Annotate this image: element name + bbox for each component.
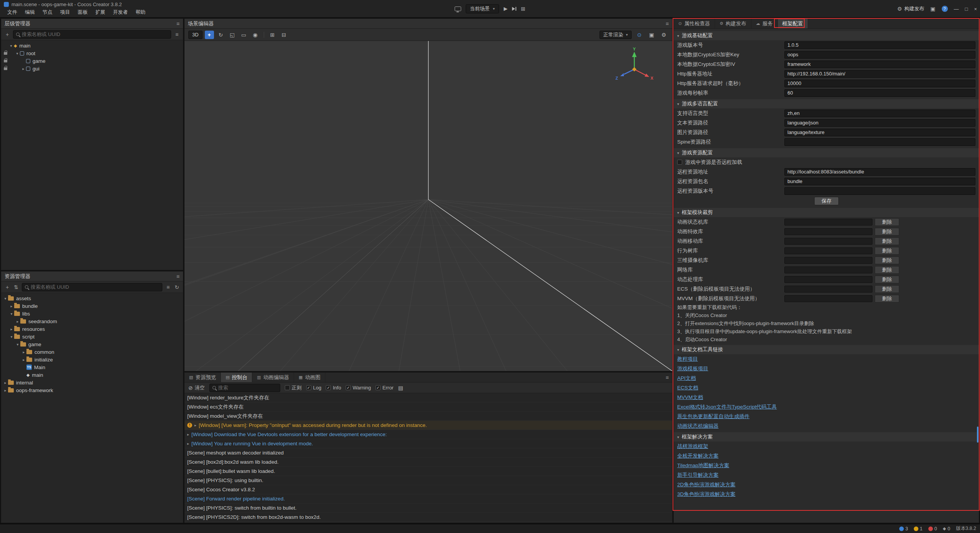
field-input[interactable] xyxy=(784,178,975,185)
chevron-down-icon[interactable]: ▾ xyxy=(8,44,14,48)
section-header[interactable]: ▾游戏资源配置 xyxy=(674,148,979,157)
tab-animation-editor[interactable]: ▥动画编辑器 xyxy=(252,373,294,382)
filter-error[interactable]: Error xyxy=(376,385,394,391)
chevron-right-icon[interactable]: ▸ xyxy=(21,358,26,362)
console-log-line[interactable]: [Scene] meshopt wasm decoder initialized xyxy=(185,448,672,458)
chevron-right-icon[interactable]: ▸ xyxy=(3,381,8,385)
field-input[interactable] xyxy=(784,138,975,146)
field-input[interactable] xyxy=(784,168,975,176)
menu-item-6[interactable]: 开发者 xyxy=(109,8,131,16)
render-mode-dropdown[interactable]: 正常渲染 ▾ xyxy=(599,31,632,39)
console-log-line[interactable]: !▸[Window] [Vue warn]: Property "onInput… xyxy=(185,421,672,430)
doc-link[interactable]: 战棋游戏框架 xyxy=(677,443,708,450)
menu-item-0[interactable]: 文件 xyxy=(4,8,21,16)
tree-item-script[interactable]: ▾script xyxy=(1,333,183,340)
console-log-line[interactable]: [Window] ecs文件夹存在 xyxy=(185,402,672,412)
doc-link[interactable]: 新手引导解决方案 xyxy=(677,472,719,479)
tree-item-internal[interactable]: ▸internal xyxy=(1,379,183,386)
filter-warning[interactable]: Warning xyxy=(346,385,371,391)
doc-link[interactable]: MVVM文档 xyxy=(677,394,703,401)
console-search-input[interactable] xyxy=(218,385,277,391)
build-publish-button[interactable]: ⚙ 构建发布 xyxy=(897,5,924,12)
tree-item-game[interactable]: ▾game xyxy=(1,340,183,348)
filter-checkbox[interactable] xyxy=(346,385,351,390)
filter-log[interactable]: Log xyxy=(306,385,322,391)
doc-link[interactable]: API文档 xyxy=(677,375,696,382)
field-input[interactable] xyxy=(784,119,975,127)
minimize-button[interactable]: — xyxy=(954,6,959,12)
chevron-down-icon[interactable]: ▾ xyxy=(15,342,20,347)
tree-item-oops-framework[interactable]: ▸oops-framework xyxy=(1,386,183,394)
tab-asset-preview[interactable]: ▧资源预览 xyxy=(185,373,221,382)
filter-checkbox[interactable] xyxy=(376,385,381,390)
error-count[interactable]: 0 xyxy=(928,526,937,531)
field-input[interactable] xyxy=(784,60,975,68)
console-log-line[interactable]: [Scene] [PHYSICS]: using builtin. xyxy=(185,476,672,485)
hierarchy-search-input[interactable] xyxy=(22,31,168,37)
package-icon[interactable]: ▣ xyxy=(930,6,935,11)
doc-link[interactable]: 教程项目 xyxy=(677,356,698,363)
doc-link[interactable]: 全栈开发解决方案 xyxy=(677,453,719,459)
help-icon[interactable]: ? xyxy=(942,6,948,12)
doc-link[interactable]: 3D角色扮演游戏解决方案 xyxy=(677,491,735,498)
delete-module-button[interactable]: 删除 xyxy=(875,228,899,235)
add-node-button[interactable]: + xyxy=(4,31,10,38)
tree-item-libs[interactable]: ▾libs xyxy=(1,310,183,317)
remote-load-checkbox[interactable] xyxy=(677,160,682,165)
field-input[interactable] xyxy=(784,187,975,195)
console-log-line[interactable]: [Scene] [PHYSICS]: switch from builtin t… xyxy=(185,504,672,513)
chevron-right-icon[interactable]: ▸ xyxy=(21,67,26,71)
tab-console[interactable]: ▤控制台 xyxy=(221,373,252,382)
chevron-down-icon[interactable]: ▾ xyxy=(15,51,20,56)
tree-item-common[interactable]: ▸common xyxy=(1,348,183,356)
warning-count[interactable]: 1 xyxy=(914,526,923,531)
menu-item-3[interactable]: 项目 xyxy=(57,8,74,16)
console-log-line[interactable]: [Scene] Cocos Creator v3.8.2 xyxy=(185,485,672,494)
tree-item-main[interactable]: ◆main xyxy=(1,371,183,379)
doc-link[interactable]: 动画状态机编辑器 xyxy=(677,423,719,430)
console-log-list[interactable]: [Window] render_texture文件夹存在[Window] ecs… xyxy=(185,393,672,523)
add-asset-button[interactable]: + xyxy=(4,284,10,290)
panel-menu-icon[interactable]: ≡ xyxy=(176,273,180,280)
console-log-line[interactable]: [Scene] [PHYSICS2D]: switch from box2d-w… xyxy=(185,513,672,522)
chevron-right-icon[interactable]: ▸ xyxy=(21,350,26,354)
move-tool-button[interactable]: + xyxy=(205,31,214,39)
chevron-down-icon[interactable]: ▾ xyxy=(3,296,8,301)
maximize-button[interactable]: □ xyxy=(965,6,968,12)
chevron-right-icon[interactable]: ▸ xyxy=(15,319,20,324)
field-input[interactable] xyxy=(784,80,975,87)
rotate-tool-button[interactable]: ↻ xyxy=(216,31,225,39)
filter-checkbox[interactable] xyxy=(306,385,311,390)
scrollbar-thumb[interactable] xyxy=(977,427,978,443)
pivot-toggle-button[interactable]: ⊞ xyxy=(268,31,277,39)
close-button[interactable]: × xyxy=(974,6,977,12)
log-count[interactable]: 3 xyxy=(899,526,908,531)
console-log-line[interactable]: ▸[Window] You are running Vue in develop… xyxy=(185,439,672,448)
tree-item-initialize[interactable]: ▸initialize xyxy=(1,356,183,363)
menu-item-4[interactable]: 面板 xyxy=(74,8,91,16)
field-input[interactable] xyxy=(784,110,975,117)
console-log-line[interactable]: [Scene] [bullet]:bullet wasm lib loaded. xyxy=(185,467,672,476)
filter-info[interactable]: Info xyxy=(326,385,341,391)
section-header[interactable]: ▾框架解决方案 xyxy=(674,432,979,441)
tree-item-assets[interactable]: ▾assets xyxy=(1,294,183,302)
section-header[interactable]: ▾游戏基础配置 xyxy=(674,31,979,40)
menu-item-7[interactable]: 帮助 xyxy=(132,8,149,16)
expand-chevron-icon[interactable]: ▸ xyxy=(194,423,196,427)
assets-search-input[interactable] xyxy=(31,284,159,290)
tree-item-gui[interactable]: ▸gui xyxy=(1,65,183,72)
task-count[interactable]: ◆0 xyxy=(943,526,950,531)
console-log-line[interactable]: [Scene] [box2d]:box2d wasm lib loaded. xyxy=(185,458,672,467)
tree-item-resources[interactable]: ▸resources xyxy=(1,325,183,333)
delete-module-button[interactable]: 删除 xyxy=(875,247,899,255)
delete-module-button[interactable]: 删除 xyxy=(875,218,899,226)
field-input[interactable] xyxy=(784,41,975,49)
tab-service[interactable]: ☁服务 xyxy=(751,19,778,28)
console-log-line[interactable]: [Window] model_view文件夹存在 xyxy=(185,412,672,421)
panel-menu-icon[interactable]: ≡ xyxy=(666,21,669,27)
scene-settings-gear-icon[interactable]: ⚙ xyxy=(659,31,668,39)
chevron-right-icon[interactable]: ▸ xyxy=(9,304,14,308)
lightbulb-icon[interactable]: ⊙ xyxy=(635,31,644,39)
axis-gizmo[interactable]: Y X Z xyxy=(612,47,655,89)
sort-icon[interactable]: ⇅ xyxy=(13,284,19,290)
